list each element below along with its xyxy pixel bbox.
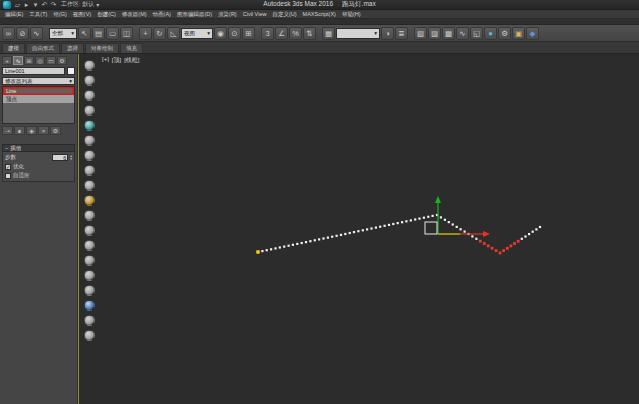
mirror[interactable]: ◑ [381,27,394,40]
menu-item[interactable]: 自定义(U) [269,10,299,18]
align[interactable]: ≣ [395,27,408,40]
spinner-snap-toggle[interactable]: ⇅ [303,27,316,40]
material-editor[interactable]: ● [484,27,497,40]
tool-sphere-icon[interactable] [84,225,95,236]
ribbon-tab[interactable]: 填充 [120,43,143,53]
tool-sphere-icon[interactable] [84,195,95,206]
menu-item[interactable]: 视图(V) [70,10,94,18]
rollout-header[interactable]: − 插值 [2,144,75,152]
menu-item[interactable]: 工具(T) [26,10,50,18]
tool-sphere-icon[interactable] [84,315,95,326]
tool-sphere-icon[interactable] [84,135,95,146]
configure-modifier-sets[interactable]: ⚙ [50,126,61,135]
object-color-swatch[interactable] [67,67,75,75]
tab-utilities[interactable]: ⚙ [57,56,67,65]
render-setup[interactable]: ⚙ [498,27,511,40]
ribbon-tab[interactable]: 建模 [2,43,25,53]
select-and-link[interactable]: ∞ [2,27,15,40]
tool-sphere-icon[interactable] [84,300,95,311]
toggle-scene-explorer[interactable]: ▧ [414,27,427,40]
redo-icon[interactable]: ↷ [49,0,58,9]
viewport-menu-shading[interactable]: [线框] [124,56,139,65]
tool-sphere-icon[interactable] [84,120,95,131]
menu-item[interactable]: 动画(A) [150,10,174,18]
menu-item[interactable]: MAXScript(X) [300,10,339,18]
select-by-name[interactable]: ▤ [92,27,105,40]
remove-modifier[interactable]: × [38,126,49,135]
parameter-value-field[interactable]: 6 [52,154,68,161]
selection-filter-dropdown[interactable]: 全部▾ [49,28,77,39]
tool-sphere-icon[interactable] [84,240,95,251]
spinner-control[interactable]: ▴▾ [70,155,72,161]
menu-item[interactable]: 组(G) [50,10,69,18]
use-pivot-point-center[interactable]: ◉ [214,27,227,40]
tool-sphere-icon[interactable] [84,180,95,191]
menu-item[interactable]: Civil View [240,10,270,18]
tool-sphere-icon[interactable] [84,270,95,281]
keyboard-shortcut-override-toggle[interactable]: ⊞ [242,27,255,40]
named-selection-sets-dropdown[interactable]: ▾ [336,28,380,39]
tab-motion[interactable]: ◎ [35,56,45,65]
tool-sphere-icon[interactable] [84,75,95,86]
checkbox[interactable]: ✓ [5,164,11,170]
viewport[interactable]: [+] [顶] [线框] [78,54,639,404]
tool-sphere-icon[interactable] [84,210,95,221]
new-scene-icon[interactable]: ▱ [13,0,22,9]
menu-item[interactable]: 修改器(M) [119,10,150,18]
rectangular-selection-region[interactable]: ▭ [106,27,119,40]
viewport-menu-general[interactable]: [+] [102,56,109,65]
ribbon-tab[interactable]: 选择 [61,43,84,53]
toggle-layer-explorer[interactable]: ▨ [428,27,441,40]
menu-item[interactable]: 帮助(H) [339,10,364,18]
edit-named-selection-sets[interactable]: ▦ [322,27,335,40]
ribbon-tab[interactable]: 对象绘制 [85,43,119,53]
make-unique[interactable]: ◈ [26,126,37,135]
bind-to-space-warp[interactable]: ∿ [30,27,43,40]
undo-icon[interactable]: ↶ [40,0,49,9]
object-name-field[interactable]: Line001 [2,67,65,75]
percent-snap-toggle[interactable]: % [289,27,302,40]
checkbox[interactable] [5,173,11,179]
workspace-selector[interactable]: 工作区: 默认 ▾ [61,0,99,9]
tool-sphere-icon[interactable] [84,60,95,71]
pin-stack[interactable]: ⊸ [2,126,13,135]
viewport-menu-pov[interactable]: [顶] [112,56,121,65]
tool-sphere-icon[interactable] [84,90,95,101]
menu-item[interactable]: 图形编辑器(D) [174,10,215,18]
schematic-view[interactable]: ◱ [470,27,483,40]
select-object[interactable]: ↖ [78,27,91,40]
menu-item[interactable]: 编辑(E) [2,10,26,18]
modifier-stack-row[interactable]: Line [3,87,74,95]
tool-sphere-icon[interactable] [84,105,95,116]
render-production[interactable]: ◆ [526,27,539,40]
open-file-icon[interactable]: ▸ [22,0,31,9]
unlink-selection[interactable]: ⊘ [16,27,29,40]
tool-sphere-icon[interactable] [84,150,95,161]
tab-create[interactable]: + [2,56,12,65]
select-and-move[interactable]: + [139,27,152,40]
modifier-stack-row[interactable]: 顶点 [3,95,74,103]
show-end-result[interactable]: ∎ [14,126,25,135]
reference-coordinate-system-dropdown[interactable]: 视图▾ [181,28,213,39]
save-file-icon[interactable]: ▾ [31,0,40,9]
menu-item[interactable]: 创建(C) [94,10,119,18]
angle-snap-toggle[interactable]: ∠ [275,27,288,40]
3ds-max-logo-icon[interactable] [3,1,11,9]
modifier-list-dropdown[interactable]: 修改器列表 ▾ [2,77,75,85]
tab-display[interactable]: ▭ [46,56,56,65]
tab-modify[interactable]: ∿ [13,56,23,65]
tool-sphere-icon[interactable] [84,255,95,266]
select-and-uniform-scale[interactable]: ◺ [167,27,180,40]
tab-hierarchy[interactable]: ⊞ [24,56,34,65]
menu-item[interactable]: 渲染(R) [215,10,240,18]
curve-editor[interactable]: ∿ [456,27,469,40]
window-crossing-toggle[interactable]: ◫ [120,27,133,40]
select-and-manipulate[interactable]: ⊙ [228,27,241,40]
graphite-modeling-tools-toggle[interactable]: ▩ [442,27,455,40]
tool-sphere-icon[interactable] [84,330,95,341]
tool-sphere-icon[interactable] [84,285,95,296]
ribbon-tab[interactable]: 自由形式 [26,43,60,53]
snaps-toggle[interactable]: 3 [261,27,274,40]
select-and-rotate[interactable]: ↻ [153,27,166,40]
tool-sphere-icon[interactable] [84,165,95,176]
